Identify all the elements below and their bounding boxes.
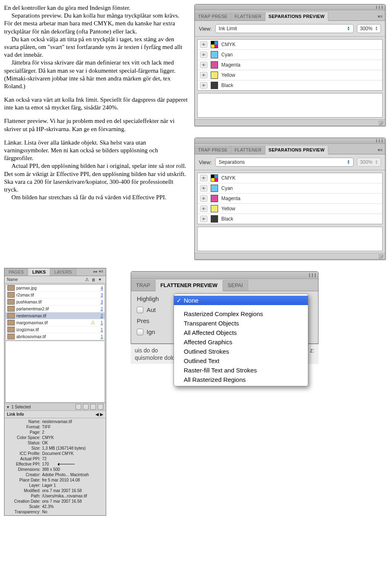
eye-icon[interactable]: 👁 <box>200 72 207 78</box>
ignore-checkbox[interactable] <box>137 329 143 335</box>
file-name: izogizmax.tif <box>16 328 88 332</box>
page-number[interactable]: 3 <box>97 300 103 304</box>
file-name: pushkamax.tif <box>16 300 88 304</box>
link-file-row[interactable]: parlamentmax2.tif2 <box>6 305 105 312</box>
page-number[interactable]: 3 <box>97 293 103 297</box>
eye-icon[interactable]: 👁 <box>200 41 207 48</box>
panel-menu-icon[interactable]: ▸▸ ▾≡ <box>91 268 106 276</box>
panel-menu-icon[interactable]: ▾≡ <box>375 146 385 154</box>
page-number[interactable]: 2 <box>97 314 103 318</box>
edit-original-icon[interactable] <box>98 404 103 410</box>
article-text: En del kontroller kan du göra med Indesi… <box>4 4 188 260</box>
update-link-icon[interactable] <box>90 404 96 410</box>
ink-row[interactable]: 👁Magenta <box>198 194 382 204</box>
eye-icon[interactable]: 👁 <box>200 195 207 202</box>
page-number[interactable]: 1 <box>97 321 103 325</box>
link-file-row[interactable]: abrikosovmax.tif1 <box>6 333 105 340</box>
chevron-down-icon[interactable]: ▾ <box>97 277 103 282</box>
page-number[interactable]: 1 <box>97 334 103 339</box>
para: Flattener preview. Vi har ju problem med… <box>4 117 188 133</box>
chevron-down-icon[interactable]: ▾ <box>7 405 9 409</box>
link-info-header[interactable]: Link Info ◀ ▶ <box>4 410 106 418</box>
tab-separations[interactable]: SEPARATIONS PREVIEW <box>265 12 328 21</box>
ink-list: 👁CMYK👁Cyan👁Magenta👁Yellow👁Black <box>197 173 383 224</box>
eye-icon[interactable]: 👁 <box>200 205 207 212</box>
nav-arrows-icon[interactable]: ◀ ▶ <box>96 412 103 417</box>
menu-item[interactable]: Rasterized Complex Regions <box>174 309 308 319</box>
link-file-row[interactable]: pushkamax.tif3 <box>6 299 105 305</box>
link-file-row[interactable]: parmax.jpg4 <box>6 285 105 292</box>
page-number[interactable]: 2 <box>97 307 103 311</box>
resize-handle-icon[interactable] <box>379 120 383 125</box>
ink-row[interactable]: 👁Black <box>198 214 382 224</box>
tab-trap[interactable]: TRAP PRESE <box>195 12 232 20</box>
panel-titlebar[interactable] <box>195 138 385 144</box>
link-file-row[interactable]: nesterovamax.tif2 <box>6 312 105 319</box>
tab-separations-cut[interactable]: SEPAI <box>223 280 248 291</box>
menu-item[interactable]: Raster-fill Text and Strokes <box>174 366 308 375</box>
menu-item[interactable]: All Affected Objects <box>174 328 308 337</box>
menu-item-none[interactable]: None <box>174 296 308 305</box>
relink-icon[interactable] <box>76 404 81 410</box>
menu-item[interactable]: Outlined Text <box>174 356 308 366</box>
ink-row[interactable]: 👁Yellow <box>198 204 382 214</box>
view-dropdown[interactable]: Ink Limit ▲▼ <box>215 24 354 33</box>
link-file-row[interactable]: izogizmax.tif1 <box>6 326 105 333</box>
page-number[interactable]: 4 <box>97 286 103 290</box>
menu-item[interactable]: Outlined Strokes <box>174 347 308 356</box>
tab-links[interactable]: LINKS <box>28 268 50 276</box>
tab-flattener[interactable]: FLATTENER <box>232 146 265 154</box>
eye-icon[interactable]: 👁 <box>200 216 207 222</box>
tab-pages[interactable]: PAGES <box>4 268 28 276</box>
menu-item[interactable]: Affected Graphics <box>174 337 308 347</box>
info-row: Status:OK <box>4 440 106 446</box>
tab-layers[interactable]: LAYERS <box>50 268 76 276</box>
eye-icon[interactable]: 👁 <box>200 62 207 68</box>
ink-row[interactable]: 👁Cyan <box>198 183 382 194</box>
view-value: Ink Limit <box>219 26 237 31</box>
col-name: Name <box>7 277 84 282</box>
tab-flattener-preview[interactable]: FLATTENER PREVIEW <box>156 280 223 291</box>
goto-link-icon[interactable] <box>83 404 89 410</box>
thumbnail-icon <box>7 334 15 339</box>
resize-handle-icon[interactable] <box>379 254 383 259</box>
auto-checkbox[interactable] <box>137 307 143 313</box>
menu-item[interactable]: Transparent Objects <box>174 319 308 328</box>
para: Jättebra för vissa skrivare där man defi… <box>4 59 188 90</box>
eye-icon[interactable]: 👁 <box>200 51 207 58</box>
view-dropdown[interactable]: Separations ▲▼ <box>215 158 354 167</box>
ink-row[interactable]: 👁Cyan <box>198 50 382 60</box>
percent-dropdown[interactable]: 300% ▲▼ <box>357 24 381 33</box>
menu-item[interactable]: All Rasterized Regions <box>174 375 308 384</box>
flattener-panel: TRAP FLATTENER PREVIEW SEPAI Highligh Au… <box>131 271 318 344</box>
link-file-row[interactable]: margomaxmax.tif⚠1 <box>6 319 105 326</box>
link-file-row[interactable]: r2smax.tif3 <box>6 292 105 299</box>
panel-titlebar[interactable] <box>131 272 318 279</box>
tab-trap[interactable]: TRAP <box>131 280 156 291</box>
eye-icon[interactable]: 👁 <box>200 185 207 192</box>
tab-separations[interactable]: SEPARATIONS PREVIEW <box>265 146 328 154</box>
panel-menu-icon[interactable]: ▾≡ <box>375 13 385 20</box>
highlight-label: Highligh <box>137 295 159 302</box>
tab-trap[interactable]: TRAP PRESE <box>195 146 232 154</box>
panel-titlebar[interactable] <box>195 4 385 10</box>
ink-row[interactable]: 👁Yellow <box>198 70 382 80</box>
ink-row[interactable]: 👁CMYK <box>198 40 382 50</box>
info-value: OK <box>42 441 103 445</box>
tab-flattener[interactable]: FLATTENER <box>232 12 265 20</box>
ink-row[interactable]: 👁Magenta <box>198 60 382 70</box>
percent-dropdown[interactable]: 300% ▲▼ <box>357 158 381 167</box>
eye-icon[interactable]: 👁 <box>200 175 207 181</box>
thumbnail-icon <box>7 299 15 305</box>
view-label: View: <box>199 159 212 165</box>
percent-value: 300% <box>360 159 372 165</box>
page-number[interactable]: 1 <box>97 328 103 332</box>
ink-row[interactable]: 👁Black <box>198 80 382 90</box>
file-name: parmax.jpg <box>16 286 88 290</box>
ink-row[interactable]: 👁CMYK <box>198 173 382 183</box>
ink-name: Black <box>221 82 233 88</box>
highlight-menu[interactable]: None Rasterized Complex RegionsTranspare… <box>174 294 308 386</box>
eye-icon[interactable]: 👁 <box>200 82 207 89</box>
ink-name: CMYK <box>221 42 236 47</box>
swatch-yellow <box>211 71 218 79</box>
